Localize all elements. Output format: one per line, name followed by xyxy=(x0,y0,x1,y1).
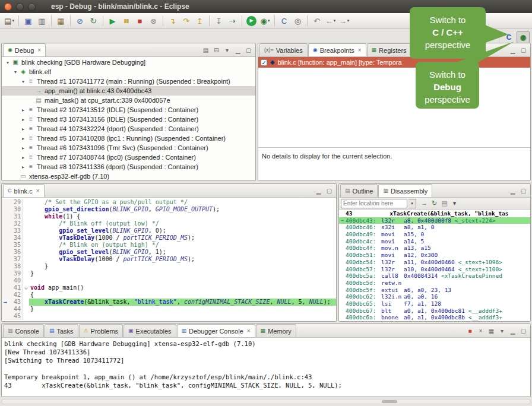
editor-line[interactable]: 34 vTaskDelay(1000 / portTICK_PERIOD_MS)… xyxy=(2,234,336,242)
back-icon[interactable]: ←▾ xyxy=(324,15,337,27)
drop-to-frame-icon[interactable]: ↧ xyxy=(213,15,225,27)
cpp-perspective-button[interactable]: C xyxy=(502,31,515,43)
disasm-line[interactable]: 400dbc46:s32ia8, a1, 0 xyxy=(339,224,530,231)
dropdown-arrow-icon[interactable]: ▾ xyxy=(347,18,350,23)
location-dropdown-icon[interactable]: ▾ xyxy=(408,199,416,208)
twisty-icon[interactable]: ▸ xyxy=(20,145,27,151)
disasm-line[interactable]: 400dbc62:l32i.na0, a0, 16 xyxy=(339,293,530,300)
new-c-project-icon[interactable]: C xyxy=(278,15,290,27)
search-icon[interactable]: ◎ xyxy=(292,15,304,27)
editor-line[interactable]: 31 while(1) { xyxy=(2,213,336,220)
tree-row[interactable]: →app_main() at blink.c:43 0x400dbc43 xyxy=(2,86,255,96)
maximize-icon[interactable]: ▢ xyxy=(325,186,334,195)
twisty-icon[interactable]: ▸ xyxy=(20,136,27,141)
maximize-icon[interactable]: ▢ xyxy=(519,186,528,195)
new-wizard-icon[interactable]: ▤▾ xyxy=(3,15,15,27)
print-icon[interactable]: ▥ xyxy=(36,15,48,27)
tab-blink-c[interactable]: Cblink.c× xyxy=(3,184,45,197)
minimize-icon[interactable]: ▁ xyxy=(508,326,517,335)
maximize-icon[interactable]: ▢ xyxy=(244,46,253,55)
tab-debugger-console[interactable]: ▥Debugger Console× xyxy=(177,324,255,337)
skip-all-breakpoints-icon[interactable]: ⊘ xyxy=(74,15,86,27)
tab-tasks[interactable]: ▤Tasks xyxy=(45,324,78,337)
restart-icon[interactable]: ↻ xyxy=(87,15,100,27)
minimize-icon[interactable]: ▁ xyxy=(508,186,517,195)
resume-icon[interactable]: ▶ xyxy=(106,15,119,27)
dropdown-arrow-icon[interactable]: ▾ xyxy=(12,18,14,23)
step-into-icon[interactable]: ↴ xyxy=(166,15,179,27)
editor-line[interactable]: 29 /* Set the GPIO as a push/pull output… xyxy=(2,199,336,206)
twisty-icon[interactable]: ▾ xyxy=(4,60,11,65)
suspend-icon[interactable]: ▮▮ xyxy=(120,15,132,27)
forward-icon[interactable]: →▾ xyxy=(338,15,350,27)
remove-launch-icon[interactable]: × xyxy=(476,326,485,335)
window-minimize-button[interactable] xyxy=(16,3,24,11)
editor-line[interactable]: 33 gpio_set_level(BLINK_GPIO, 0); xyxy=(2,227,336,234)
minimize-icon[interactable]: ▁ xyxy=(233,46,242,55)
tab-executables[interactable]: ▣Executables xyxy=(124,324,176,337)
tree-row[interactable]: ▭xtensa-esp32-elf-gdb (7.10) xyxy=(2,172,255,181)
disasm-line[interactable]: 400dbc4f:mov.na13, a15 xyxy=(339,245,530,252)
tab-console[interactable]: ▥Console xyxy=(3,324,44,337)
twisty-icon[interactable]: ▾ xyxy=(20,79,27,84)
editor-line[interactable]: 42{ xyxy=(2,291,336,299)
minimize-icon[interactable]: ▁ xyxy=(314,186,323,195)
editor-line[interactable]: 30 gpio_set_direction(BLINK_GPIO, GPIO_M… xyxy=(2,206,336,213)
instruction-stepping-icon[interactable]: ⇢ xyxy=(226,15,239,27)
disasm-line[interactable]: 400dbc6a:bnonea0, a1, 0x400dbc8b <__addd… xyxy=(339,314,530,321)
editor-line[interactable]: 36 gpio_set_level(BLINK_GPIO, 1); xyxy=(2,249,336,256)
disasm-line[interactable]: →400dbc43:l32ra8, 0x400d00f8 <_stext+224… xyxy=(339,217,530,224)
build-icon[interactable]: ▦ xyxy=(55,15,67,27)
save-icon[interactable]: ▣ xyxy=(22,15,34,27)
disasm-line[interactable]: 400dbc4c:movia14, 5 xyxy=(339,238,530,245)
tab-problems[interactable]: ⚠Problems xyxy=(79,324,124,337)
disasm-line[interactable]: 400dbc65:lsif7, a1, 128 xyxy=(339,300,530,307)
disasm-line[interactable]: 400dbc49:movia15, 0 xyxy=(339,231,530,238)
tab-close-icon[interactable]: × xyxy=(36,188,40,194)
disasm-line[interactable]: 400dbc5a:call80x40084314 <xTaskCreatePin… xyxy=(339,272,530,280)
minimize-icon[interactable]: ▁ xyxy=(508,46,517,55)
tab-close-icon[interactable]: × xyxy=(358,47,362,53)
refresh-view-icon[interactable]: ↻ xyxy=(430,199,439,208)
twisty-icon[interactable]: ▸ xyxy=(20,164,27,170)
editor-line[interactable]: 44} xyxy=(2,306,336,313)
last-edit-location-icon[interactable]: ↶ xyxy=(311,15,323,27)
maximize-icon[interactable]: ▢ xyxy=(519,326,528,335)
location-input[interactable] xyxy=(341,199,407,208)
window-close-button[interactable] xyxy=(4,3,12,11)
tab-breakpoints[interactable]: ◉Breakpoints× xyxy=(308,43,366,56)
disasm-lines[interactable]: 43 xTaskCreate(&blink_task, "blink_tas→4… xyxy=(339,210,530,321)
breakpoint-row[interactable]: ✓ ◆ blink.c [function: app_main] [type: … xyxy=(258,57,530,68)
tab-close-icon[interactable]: × xyxy=(247,328,251,334)
tab-disassembly[interactable]: ▥Disassembly xyxy=(378,184,432,197)
debug-icon[interactable]: ◉▾ xyxy=(259,15,271,27)
editor-line[interactable]: →43 xTaskCreate(&blink_task, "blink_task… xyxy=(2,299,336,306)
step-return-icon[interactable]: ↥ xyxy=(194,15,206,27)
step-over-icon[interactable]: ↷ xyxy=(180,15,192,27)
tree-row[interactable]: ▸≡Thread #5 1073410208 (ipc1 : Running) … xyxy=(2,134,255,143)
disasm-menu-icon[interactable]: ▾ xyxy=(450,199,459,208)
terminate-console-icon[interactable]: ■ xyxy=(466,326,474,335)
pin-console-icon[interactable]: ▦ xyxy=(487,326,496,335)
tab-close-icon[interactable]: × xyxy=(37,47,41,53)
editor-line[interactable]: 45 xyxy=(2,313,336,320)
editor-line[interactable]: 40 xyxy=(2,277,336,284)
tree-row[interactable]: ▾▣blink checking [GDB Hardware Debugging… xyxy=(2,58,255,67)
maximize-icon[interactable]: ▢ xyxy=(519,46,528,55)
tree-row[interactable]: ▾◈blink.elf xyxy=(2,67,255,77)
tab-outline[interactable]: ▤Outline xyxy=(340,184,378,197)
disasm-line[interactable]: 400dbc54:l32ra11, 0x400d0460 <_stext+109… xyxy=(339,259,530,266)
show-source-icon[interactable]: ▤ xyxy=(440,199,449,208)
horizontal-scrollbar[interactable] xyxy=(1,399,531,404)
twisty-icon[interactable]: ▾ xyxy=(12,69,19,75)
twisty-icon[interactable]: ▸ xyxy=(20,155,27,160)
disasm-line[interactable]: 400dbc5f:extuia6, a0, 23, 13 xyxy=(339,287,530,294)
disasm-line[interactable]: 400dbc5d:retw.n xyxy=(339,280,530,287)
editor-line[interactable]: 35 /* Blink on (output high) */ xyxy=(2,242,336,249)
tab-debug[interactable]: ◉Debug× xyxy=(3,43,46,56)
tree-row[interactable]: ▸≡Thread #2 1073413512 (IDLE) (Suspended… xyxy=(2,105,255,115)
disasm-line[interactable]: 400dbc51:movia12, 0x300 xyxy=(339,252,530,259)
scrollbar-thumb[interactable] xyxy=(382,400,397,403)
tab-memory[interactable]: ▦Memory xyxy=(256,324,296,337)
tree-row[interactable]: ▸≡Thread #7 1073408744 (ipc0) (Suspended… xyxy=(2,153,255,162)
